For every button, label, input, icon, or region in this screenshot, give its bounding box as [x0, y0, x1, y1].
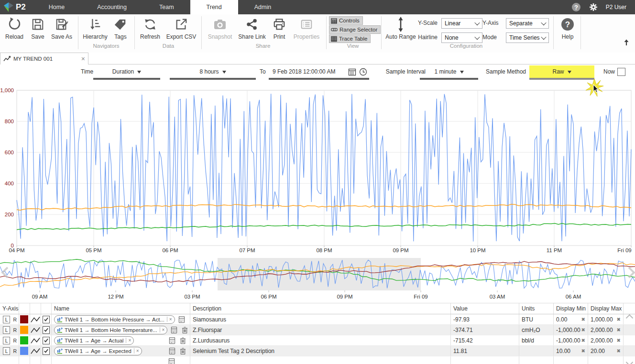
clear-display-max-icon[interactable]: ✖ — [617, 327, 621, 332]
display-min-value[interactable]: -1,000.00 — [556, 337, 580, 344]
trace-color-swatch[interactable] — [20, 326, 28, 334]
delete-trace-icon[interactable] — [180, 337, 186, 344]
print-button[interactable]: Print — [271, 17, 288, 40]
trace-visible-checkbox[interactable] — [43, 326, 50, 334]
tag-pill[interactable]: TWell 1 → Age → Actual × — [54, 336, 134, 345]
clock-icon[interactable] — [359, 68, 367, 76]
clear-display-max-icon[interactable]: ✖ — [617, 338, 621, 343]
duration-amount-dropdown[interactable]: 8 hours — [170, 68, 256, 75]
calendar-icon[interactable] — [348, 68, 356, 76]
tab-close-icon[interactable]: × — [81, 55, 85, 62]
refresh-button[interactable]: Refresh — [139, 17, 162, 40]
main-trend-chart[interactable]: 02004006008001,00004 PM05 PM06 PM07 PM08… — [0, 84, 635, 257]
y-axis-right-button[interactable]: R — [13, 327, 17, 333]
display-min-value[interactable]: 10.00 — [556, 348, 570, 354]
y-axis-right-button[interactable]: R — [13, 317, 17, 322]
toggle-trace-table[interactable]: Trace Table — [329, 34, 371, 43]
y-axis-right-button[interactable]: R — [13, 348, 17, 354]
tags-button[interactable]: Tags — [112, 17, 129, 40]
y-axis-select[interactable]: Separate — [506, 18, 549, 29]
expression-calculator-icon[interactable] — [178, 316, 185, 323]
line-style-icon[interactable] — [31, 326, 40, 334]
range-selector-chart[interactable]: 09 AM12 PM03 PM06 PM09 PMFri 0903 AM06 A… — [0, 256, 635, 304]
header-value[interactable]: Value — [451, 303, 519, 314]
tag-remove-icon[interactable]: × — [160, 327, 165, 332]
tab-my-trend-001[interactable]: MY TREND 001 × — [0, 53, 88, 64]
nav-item-admin[interactable]: Admin — [238, 0, 287, 14]
reload-button[interactable]: Reload — [3, 17, 26, 40]
line-style-icon[interactable] — [31, 347, 40, 355]
duration-dropdown[interactable]: Duration — [93, 68, 160, 75]
save-as-button[interactable]: Save As — [49, 17, 75, 40]
hierarchy-button[interactable]: Hierarchy — [80, 17, 110, 40]
line-style-icon[interactable] — [31, 316, 40, 323]
sample-method-dropdown[interactable]: Raw — [529, 68, 594, 75]
nav-item-home[interactable]: Home — [33, 0, 81, 14]
y-axis-left-button[interactable]: L — [3, 316, 10, 323]
scroll-down-icon[interactable] — [626, 359, 634, 364]
display-min-value[interactable]: -1,000.00 — [556, 327, 580, 333]
share-link-button[interactable]: Share Link — [237, 17, 267, 40]
p2-logo[interactable]: P2 — [0, 0, 33, 14]
trace-color-swatch[interactable] — [20, 336, 28, 344]
expression-calculator-icon[interactable] — [168, 358, 175, 364]
toggle-controls[interactable]: Controls — [329, 16, 363, 25]
hairline-select[interactable]: None — [441, 32, 482, 43]
expression-calculator-icon[interactable] — [169, 337, 175, 344]
help-button[interactable]: ? Help — [556, 17, 579, 40]
header-display-min[interactable]: Display Min — [554, 303, 588, 314]
expression-calculator-icon[interactable] — [169, 347, 175, 355]
display-max-value[interactable]: 2,000.00 — [591, 327, 613, 333]
delete-trace-icon[interactable] — [182, 326, 188, 334]
now-checkbox[interactable] — [617, 68, 625, 76]
clear-display-max-icon[interactable]: ✖ — [617, 348, 621, 353]
header-description[interactable]: Description — [190, 303, 451, 314]
y-axis-left-button[interactable]: L — [3, 326, 10, 334]
trace-color-swatch[interactable] — [20, 315, 28, 323]
clear-display-min-icon[interactable]: ✖ — [581, 338, 585, 343]
display-min-value[interactable]: 0.00 — [556, 316, 567, 323]
clear-display-min-icon[interactable]: ✖ — [581, 317, 585, 322]
clear-display-min-icon[interactable]: ✖ — [581, 348, 585, 353]
tag-pill[interactable]: TWell 1 → Bottom Hole Temperature... × — [54, 326, 167, 334]
y-axis-right-button[interactable]: R — [13, 338, 17, 343]
delete-trace-icon[interactable] — [180, 347, 186, 355]
y-axis-left-button[interactable]: L — [3, 347, 10, 355]
mode-select[interactable]: Time Series — [506, 32, 549, 43]
expression-calculator-icon[interactable] — [171, 326, 177, 334]
nav-item-team[interactable]: Team — [143, 0, 190, 14]
tag-remove-icon[interactable]: × — [134, 348, 139, 353]
line-style-icon[interactable] — [31, 337, 40, 344]
tag-pill[interactable]: TWell 1 → Age → Expected × — [54, 347, 142, 355]
trace-visible-checkbox[interactable] — [43, 337, 50, 344]
trace-table-scrollbar[interactable] — [624, 314, 635, 364]
trace-visible-checkbox[interactable] — [43, 316, 50, 323]
export-csv-button[interactable]: Export CSV — [165, 17, 197, 40]
tag-pill[interactable]: TWell 1 → Bottom Hole Pressure → Act... … — [54, 315, 175, 324]
clear-display-max-icon[interactable]: ✖ — [617, 317, 621, 322]
tag-remove-icon[interactable]: × — [167, 317, 172, 322]
display-max-value[interactable]: 1,000.00 — [591, 316, 613, 323]
y-scale-select[interactable]: Linear — [441, 18, 482, 29]
trace-visible-checkbox[interactable] — [43, 347, 50, 355]
header-name[interactable]: Name — [52, 303, 190, 314]
header-display-max[interactable]: Display Max — [588, 303, 624, 314]
save-button[interactable]: Save — [28, 17, 48, 40]
display-max-value[interactable]: 20.00 — [591, 348, 605, 354]
user-name[interactable]: P2 User — [606, 4, 626, 11]
tag-remove-icon[interactable]: × — [126, 338, 131, 343]
collapse-ribbon-button[interactable] — [623, 39, 630, 48]
gear-icon[interactable] — [589, 2, 598, 12]
trace-color-swatch[interactable] — [20, 347, 28, 355]
scroll-up-icon[interactable] — [626, 314, 634, 322]
y-axis-left-button[interactable]: L — [3, 337, 10, 344]
clear-display-min-icon[interactable]: ✖ — [581, 327, 585, 332]
header-units[interactable]: Units — [519, 303, 554, 314]
nav-item-accounting[interactable]: Accounting — [81, 0, 143, 14]
display-max-value[interactable]: 2,000.00 — [591, 337, 613, 344]
help-circle-icon[interactable]: ? — [571, 2, 581, 12]
to-datetime-field[interactable]: 9 Feb 2018 12:00:00 AM — [269, 68, 351, 75]
nav-item-trend[interactable]: Trend — [190, 0, 238, 14]
sample-interval-dropdown[interactable]: 1 minute — [420, 68, 478, 75]
toggle-range-selector[interactable]: Range Selector — [329, 25, 381, 34]
